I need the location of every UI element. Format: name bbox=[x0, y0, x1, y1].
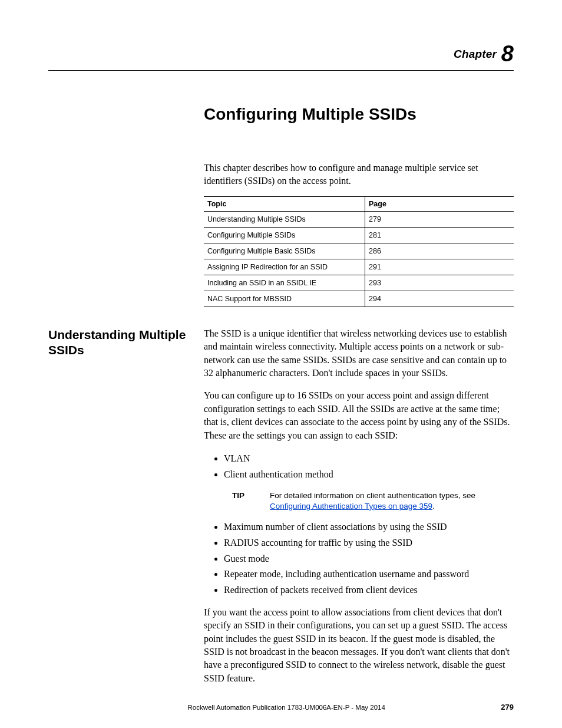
toc-topic: Including an SSID in an SSIDL IE bbox=[204, 275, 365, 291]
table-row: Assigning IP Redirection for an SSID 291 bbox=[204, 259, 514, 275]
table-row: Configuring Multiple SSIDs 281 bbox=[204, 227, 514, 243]
toc-topic: Configuring Multiple Basic SSIDs bbox=[204, 243, 365, 259]
list-item: Client authentication method bbox=[224, 467, 514, 482]
chapter-intro: This chapter describes how to configure … bbox=[204, 162, 514, 188]
list-item: Redirection of packets received from cli… bbox=[224, 583, 514, 598]
toc-page: 293 bbox=[365, 275, 514, 291]
list-item: VLAN bbox=[224, 452, 514, 466]
list-item: Maximum number of client associations by… bbox=[224, 520, 514, 535]
toc-page: 291 bbox=[365, 259, 514, 275]
toc-topic: NAC Support for MBSSID bbox=[204, 291, 365, 307]
chapter-heading: Chapter 8 bbox=[48, 41, 514, 67]
footer-publication: Rockwell Automation Publication 1783-UM0… bbox=[72, 704, 501, 711]
tip-link[interactable]: Configuring Authentication Types on page… bbox=[270, 502, 432, 510]
settings-list-a: VLAN Client authentication method bbox=[224, 452, 514, 482]
tip-callout: TIP For detailed information on client a… bbox=[232, 490, 511, 512]
topic-page-table: Topic Page Understanding Multiple SSIDs … bbox=[204, 196, 514, 307]
toc-header-topic: Topic bbox=[204, 196, 365, 211]
toc-topic: Assigning IP Redirection for an SSID bbox=[204, 259, 365, 275]
chapter-word: Chapter bbox=[454, 48, 497, 60]
table-row: Including an SSID in an SSIDL IE 293 bbox=[204, 275, 514, 291]
table-row: NAC Support for MBSSID 294 bbox=[204, 291, 514, 307]
list-item: Repeater mode, including authentication … bbox=[224, 567, 514, 582]
toc-page: 286 bbox=[365, 243, 514, 259]
chapter-title: Configuring Multiple SSIDs bbox=[204, 105, 514, 124]
toc-page: 281 bbox=[365, 227, 514, 243]
footer-page-number: 279 bbox=[501, 703, 514, 711]
body-paragraph: The SSID is a unique identifier that wir… bbox=[204, 327, 514, 380]
table-row: Understanding Multiple SSIDs 279 bbox=[204, 211, 514, 227]
toc-page: 279 bbox=[365, 211, 514, 227]
toc-header-page: Page bbox=[365, 196, 514, 211]
page-footer: Rockwell Automation Publication 1783-UM0… bbox=[48, 703, 514, 711]
toc-topic: Understanding Multiple SSIDs bbox=[204, 211, 365, 227]
table-row: Configuring Multiple Basic SSIDs 286 bbox=[204, 243, 514, 259]
toc-topic: Configuring Multiple SSIDs bbox=[204, 227, 365, 243]
header-rule bbox=[48, 70, 514, 71]
settings-list-b: Maximum number of client associations by… bbox=[224, 520, 514, 598]
list-item: Guest mode bbox=[224, 552, 514, 566]
body-paragraph: You can configure up to 16 SSIDs on your… bbox=[204, 389, 514, 442]
body-paragraph: If you want the access point to allow as… bbox=[204, 606, 514, 685]
toc-page: 294 bbox=[365, 291, 514, 307]
list-item: RADIUS accounting for traffic by using t… bbox=[224, 536, 514, 551]
chapter-number: 8 bbox=[501, 41, 514, 66]
tip-label: TIP bbox=[232, 490, 270, 512]
tip-text-before: For detailed information on client authe… bbox=[270, 491, 475, 500]
tip-text: For detailed information on client authe… bbox=[270, 490, 511, 512]
tip-text-after: . bbox=[432, 502, 435, 510]
section-heading: Understanding Multiple SSIDs bbox=[48, 327, 204, 358]
